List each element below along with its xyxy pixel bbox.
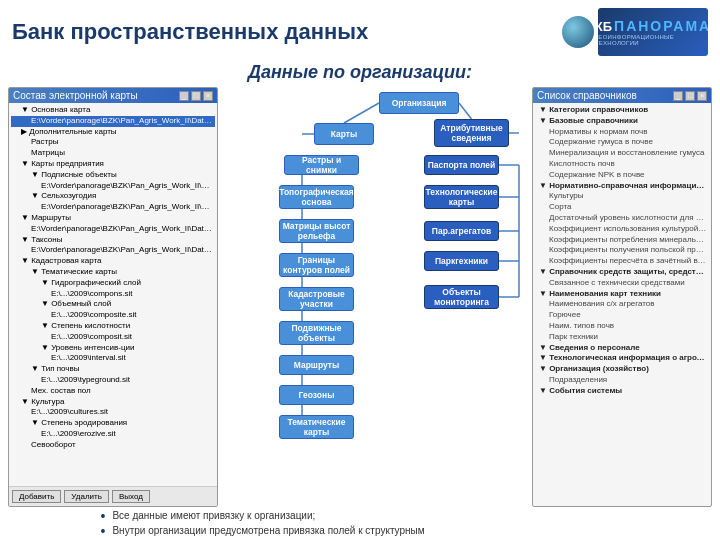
tree-item[interactable]: E:\Vorder\panorage\BZK\Pan_Agris_Work_II… [11, 181, 215, 192]
right-tree-item[interactable]: ▼ Справочник средств защиты, средств рос… [535, 267, 709, 278]
svg-line-12 [344, 103, 379, 123]
tree-item[interactable]: ▼ Маршруты [11, 213, 215, 224]
diagram-node-techcards: Технологические карты [424, 185, 499, 209]
diagram-node-parktex: Паркгехники [424, 251, 499, 271]
file-tree: ▼ Основная карта E:\Vorder\panorage\BZK\… [9, 103, 217, 486]
tree-item[interactable]: ▼ Культура [11, 397, 215, 408]
close-button[interactable]: × [203, 91, 213, 101]
right-tree-item[interactable]: Коэффициенты пересчёта в зачётный вес ку… [535, 256, 709, 267]
tree-item[interactable]: ▼ Тип почвы [11, 364, 215, 375]
bottom-area: www.gisinfo.ru Все данные имеют привязку… [0, 507, 720, 540]
right-tree-item[interactable]: Содержание гумуса в почве [535, 137, 709, 148]
tree-item[interactable]: E:\Vorder\panorage\BZK\Pan_Agris_Work_II… [11, 245, 215, 256]
tree-item[interactable]: ▼ Степень кислотности [11, 321, 215, 332]
tree-item[interactable]: E:\Vorder\panorage\BZK\Pan_Agris_Work_II… [11, 116, 215, 127]
tree-item[interactable]: E:\Vorder\panorage\BZK\Pan_Agris_Work_II… [11, 224, 215, 235]
right-tree-item[interactable]: Подразделения [535, 375, 709, 386]
right-tree-item[interactable]: Минерализация и восстановление гумуса [535, 148, 709, 159]
right-tree-item[interactable]: Коэффициент использования культурой пита… [535, 224, 709, 235]
tree-item[interactable]: ▼ Кадастровая карта [11, 256, 215, 267]
svg-line-13 [459, 103, 472, 119]
right-tree-item[interactable]: Коэффициенты потребления минеральных доб… [535, 235, 709, 246]
diagram-node-rasters: Растры и снимки [284, 155, 359, 175]
tree-item[interactable]: ▼ Карты предприятия [11, 159, 215, 170]
diagram-node-borders: Границы контуров полей [279, 253, 354, 277]
right-tree-item[interactable]: ▼ Категории справочников [535, 105, 709, 116]
right-panel-titlebar: Список справочников _ □ × [533, 88, 711, 103]
tree-item[interactable]: Растры [11, 137, 215, 148]
logo-subtitle: ГЕОИНФОРМАЦИОННЫЕ ТЕХНОЛОГИИ [598, 34, 708, 46]
bullet-item: Все данные имеют привязку к организации; [98, 509, 464, 522]
diagram-node-routes: Маршруты [279, 355, 354, 375]
tree-item[interactable]: ▼ Гидрографический слой [11, 278, 215, 289]
tree-item[interactable]: E:\...\2009\composite.sit [11, 310, 215, 321]
diagram-node-org: Организация [379, 92, 459, 114]
tree-item[interactable]: ▼ Тематические карты [11, 267, 215, 278]
right-tree-item[interactable]: ▼ Базовые справочники [535, 116, 709, 127]
panel-btn-выход[interactable]: Выход [112, 490, 150, 503]
panel-btn-удалить[interactable]: Удалить [64, 490, 109, 503]
tree-item[interactable]: ▼ Таксоны [11, 235, 215, 246]
logo-panorama: ПАНОРАМА [614, 18, 708, 34]
globe-icon [562, 16, 594, 48]
right-tree-item[interactable]: Кислотность почв [535, 159, 709, 170]
right-tree-item[interactable]: ▼ Технологическая информация о агротехни [535, 353, 709, 364]
right-close-button[interactable]: × [697, 91, 707, 101]
tree-item[interactable]: E:\Vorder\panorage\BZK\Pan_Agris_Work_II… [11, 202, 215, 213]
right-tree-item[interactable]: Достаточный уровень кислотности для разн… [535, 213, 709, 224]
tree-item[interactable]: ▼ Уровень интенсив-ции [11, 343, 215, 354]
panel-footer: ДобавитьУдалитьВыход [9, 486, 217, 506]
right-tree-item[interactable]: ▼ Сведения о персонале [535, 343, 709, 354]
tree-item[interactable]: Мех. состав пол [11, 386, 215, 397]
right-tree-item[interactable]: Парк техники [535, 332, 709, 343]
tree-item[interactable]: ▼ Степень эродирования [11, 418, 215, 429]
right-tree-item[interactable]: Коэффициенты получения польской продукци… [535, 245, 709, 256]
diagram-node-aggregates: Пар.агрегатов [424, 221, 499, 241]
bullet-item: Внутри организации предусмотрена привязк… [98, 524, 464, 540]
right-tree-item[interactable]: Наименования с/х агрегатов [535, 299, 709, 310]
tree-item[interactable]: E:\...\2009\cultures.sit [11, 407, 215, 418]
logo-box: КБ ПАНОРАМА ГЕОИНФОРМАЦИОННЫЕ ТЕХНОЛОГИИ [598, 8, 708, 56]
right-tree-item[interactable]: Нормативы к нормам почв [535, 127, 709, 138]
tree-item[interactable]: Севооборот [11, 440, 215, 451]
tree-item[interactable]: ▼ Подписные объекты [11, 170, 215, 181]
right-tree-item[interactable]: Культуры [535, 191, 709, 202]
tree-item[interactable]: ▼ Основная карта [11, 105, 215, 116]
right-panel-title: Список справочников [537, 90, 637, 101]
tree-item[interactable]: ▼ Сельхозугодия [11, 191, 215, 202]
right-window-controls: _ □ × [673, 91, 707, 101]
right-tree-item[interactable]: ▼ События системы [535, 386, 709, 397]
right-tree-item[interactable]: Содержание NPK в почве [535, 170, 709, 181]
diagram-node-movable: Подвижные объекты [279, 321, 354, 345]
right-tree-item[interactable]: Сорта [535, 202, 709, 213]
right-tree-item[interactable]: Наим. типов почв [535, 321, 709, 332]
right-tree: ▼ Категории справочников▼ Базовые справо… [533, 103, 711, 506]
page-title: Банк пространственных данных [12, 19, 368, 45]
diagram-node-thematic: Тематические карты [279, 415, 354, 439]
diagram-node-attr: Атрибутивные сведения [434, 119, 509, 147]
panel-btn-добавить[interactable]: Добавить [12, 490, 61, 503]
right-tree-item[interactable]: ▼ Организация (хозяйство) [535, 364, 709, 375]
tree-item[interactable]: Матрицы [11, 148, 215, 159]
tree-item[interactable]: E:\...\2009\compons.sit [11, 289, 215, 300]
tree-item[interactable]: ▶ Дополнительные карты [11, 127, 215, 138]
left-panel-title: Состав электронной карты [13, 90, 138, 101]
tree-item[interactable]: E:\...\2009\composit.sit [11, 332, 215, 343]
tree-item[interactable]: ▼ Объемный слой [11, 299, 215, 310]
right-tree-item[interactable]: Горючее [535, 310, 709, 321]
tree-item[interactable]: E:\...\2009\typeground.sit [11, 375, 215, 386]
section-title: Данные по организации: [0, 62, 720, 83]
right-maximize-button[interactable]: □ [685, 91, 695, 101]
diagram-node-monitoring: Объекты мониторинга [424, 285, 499, 309]
left-panel-titlebar: Состав электронной карты _ □ × [9, 88, 217, 103]
right-tree-item[interactable]: ▼ Нормативно-справочная информация для в… [535, 181, 709, 192]
right-tree-item[interactable]: Связанное с технически средствами [535, 278, 709, 289]
minimize-button[interactable]: _ [179, 91, 189, 101]
right-tree-item[interactable]: ▼ Наименования карт техники [535, 289, 709, 300]
tree-item[interactable]: E:\...\2009\interval.sit [11, 353, 215, 364]
maximize-button[interactable]: □ [191, 91, 201, 101]
right-minimize-button[interactable]: _ [673, 91, 683, 101]
main-content: Состав электронной карты _ □ × ▼ Основна… [0, 87, 720, 507]
tree-item[interactable]: E:\...\2009\erozive.sit [11, 429, 215, 440]
diagram-node-cadastral: Кадастровые участки [279, 287, 354, 311]
